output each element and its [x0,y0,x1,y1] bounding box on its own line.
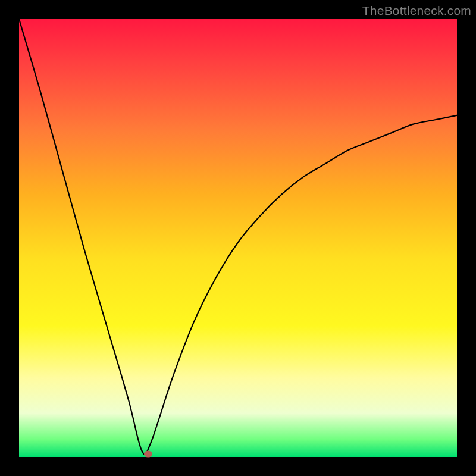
watermark-text: TheBottleneck.com [362,4,471,18]
chart-frame: TheBottleneck.com [0,0,476,476]
bottleneck-curve [19,19,457,457]
optimal-point-marker [144,450,152,457]
